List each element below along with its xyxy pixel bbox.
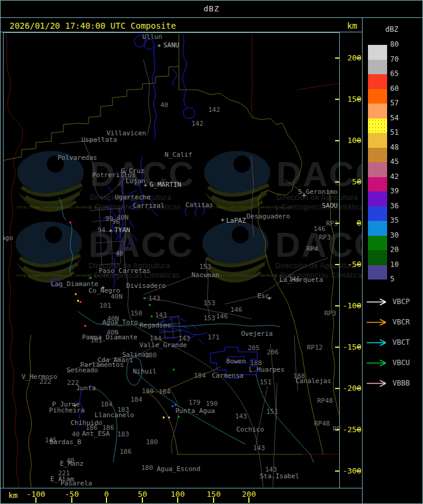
colorbar-level-label: 42 bbox=[390, 172, 398, 181]
vector-legend-item: VBCP bbox=[366, 297, 410, 306]
colorbar-swatch bbox=[368, 177, 387, 192]
vector-label: VBCT bbox=[392, 338, 410, 347]
colorbar-level-label: 48 bbox=[390, 143, 398, 151]
vector-legend-item: VBBB bbox=[366, 379, 410, 387]
vector-arrow-icon bbox=[366, 379, 388, 387]
colorbar-level-label: 57 bbox=[390, 99, 398, 107]
colorbar-level-label: 20 bbox=[390, 245, 398, 254]
vector-arrow-icon bbox=[366, 318, 388, 326]
colorbar-swatch bbox=[368, 192, 387, 207]
vector-legend-item: VBCR bbox=[366, 318, 410, 326]
vector-arrow-icon bbox=[366, 298, 388, 306]
colorbar-level-label: 36 bbox=[390, 202, 398, 210]
vector-label: VBCU bbox=[392, 359, 410, 367]
colorbar-swatch bbox=[368, 265, 387, 280]
colorbar-level-label: 39 bbox=[390, 187, 398, 195]
colorbar-swatch bbox=[368, 207, 387, 221]
colorbar-swatch bbox=[368, 60, 387, 75]
colorbar-swatch bbox=[368, 104, 387, 119]
colorbar-swatch bbox=[368, 74, 387, 89]
colorbar-swatch bbox=[368, 236, 387, 251]
colorbar-swatch bbox=[368, 250, 387, 265]
colorbar-level-label: 54 bbox=[390, 114, 398, 122]
colorbar-swatch bbox=[368, 162, 387, 177]
colorbar-level-label: 30 bbox=[390, 231, 398, 239]
colorbar-level-label: 5 bbox=[390, 275, 394, 283]
colorbar-swatch bbox=[368, 119, 387, 133]
vector-legend-item: VBCU bbox=[366, 359, 410, 367]
colorbar-level-label: 80 bbox=[390, 40, 398, 48]
colorbar-swatch bbox=[368, 89, 387, 104]
colorbar-level-label: 70 bbox=[390, 55, 398, 63]
vector-label: VBCR bbox=[392, 318, 410, 326]
colorbar-swatch bbox=[368, 133, 387, 148]
vector-arrow-icon bbox=[366, 359, 388, 367]
colorbar-swatch bbox=[368, 148, 387, 163]
vector-label: VBBB bbox=[392, 379, 410, 387]
colorbar-swatch bbox=[368, 221, 387, 236]
colorbar-level-label: 60 bbox=[390, 84, 398, 93]
right-panel: 807065605754514845423936353020105VBCPVBC… bbox=[0, 0, 423, 504]
colorbar-level-label: 51 bbox=[390, 128, 398, 136]
colorbar-level-label: 35 bbox=[390, 216, 398, 224]
vector-arrow-icon bbox=[366, 339, 388, 347]
colorbar-level-label: 65 bbox=[390, 69, 398, 78]
vector-legend-item: VBCT bbox=[366, 338, 410, 347]
colorbar-level-label: 45 bbox=[390, 157, 398, 166]
vector-label: VBCP bbox=[392, 297, 410, 306]
colorbar-level-label: 10 bbox=[390, 260, 398, 269]
radar-composite-window: dBZ 2026/01/20 17:40:00 UTC Composite km… bbox=[0, 0, 423, 504]
colorbar-swatch bbox=[368, 45, 387, 60]
